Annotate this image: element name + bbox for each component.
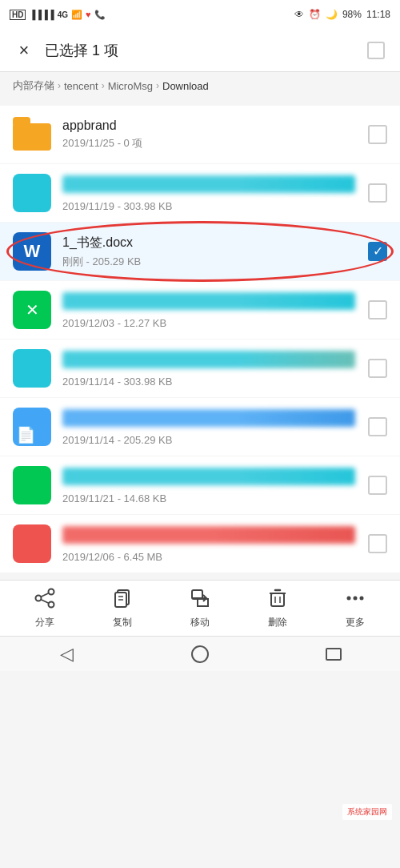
file-checkbox-5[interactable] — [368, 417, 387, 436]
share-icon — [34, 587, 56, 613]
nav-title: 已选择 1 项 — [45, 41, 362, 60]
battery-indicator: 98% — [342, 9, 362, 20]
share-button[interactable]: 分享 — [21, 587, 69, 629]
file-checkbox-7[interactable] — [368, 534, 387, 553]
file-meta: 2019/11/14 - 303.98 KB — [62, 376, 357, 388]
file-info: appbrand 2019/11/25 - 0 项 — [62, 119, 357, 151]
blurred-filename — [62, 409, 355, 427]
move-icon — [189, 587, 211, 613]
delete-button[interactable]: 删除 — [254, 587, 302, 629]
folder-icon — [13, 115, 51, 154]
file-name: appbrand — [62, 119, 357, 133]
recent-icon — [326, 648, 342, 661]
file-meta: 2019/11/21 - 14.68 KB — [62, 492, 357, 504]
blurred-filename — [62, 351, 355, 368]
delete-label: 删除 — [268, 616, 287, 629]
breadcrumb-item-3[interactable]: Download — [162, 80, 209, 92]
file-info: 2019/11/14 - 303.98 KB — [62, 372, 357, 388]
list-item[interactable]: ✕ 2019/12/03 - 12.27 KB — [0, 281, 400, 339]
time-display: 11:18 — [366, 9, 390, 20]
list-item[interactable]: 2019/11/14 - 303.98 KB — [0, 340, 400, 397]
phone-icon: 📞 — [94, 10, 106, 20]
file-icon-teal2 — [13, 349, 51, 388]
svg-point-20 — [359, 597, 363, 601]
file-icon-teal — [13, 174, 51, 212]
close-button[interactable]: × — [10, 36, 38, 65]
svg-point-2 — [49, 589, 54, 595]
svg-line-6 — [42, 600, 50, 603]
breadcrumb-sep-2: › — [156, 80, 159, 91]
moon-icon: 🌙 — [326, 9, 338, 20]
word-letter: W — [24, 241, 41, 262]
file-checkbox-4[interactable] — [368, 359, 387, 378]
file-icon-blue: 📄 — [13, 408, 51, 446]
recent-button[interactable] — [316, 637, 351, 672]
file-info: 2019/12/03 - 12.27 KB — [62, 314, 357, 329]
file-checkbox-0[interactable] — [368, 125, 387, 144]
file-name: 1_书签.docx — [62, 235, 357, 251]
list-item[interactable]: appbrand 2019/11/25 - 0 项 — [0, 106, 400, 163]
breadcrumb-sep-0: › — [58, 80, 61, 91]
file-info: 1_书签.docx 刚刚 - 205.29 KB — [62, 235, 357, 269]
breadcrumb-item-2[interactable]: MicroMsg — [108, 80, 153, 92]
move-label: 移动 — [190, 616, 210, 629]
svg-line-5 — [42, 593, 50, 597]
signal-icon: ▐▐▐▐ — [29, 10, 54, 19]
file-info: 2019/11/21 - 14.68 KB — [62, 489, 357, 504]
folder-svg — [13, 117, 51, 152]
back-button[interactable]: ◁ — [49, 637, 84, 672]
status-icons: HD ▐▐▐▐ 4G 📶 ♥ 📞 — [10, 10, 106, 20]
status-right-icons: 👁 ⏰ 🌙 98% 11:18 — [294, 9, 390, 20]
file-info: 2019/11/19 - 303.98 KB — [62, 197, 357, 212]
back-icon: ◁ — [60, 644, 74, 665]
svg-point-4 — [49, 602, 54, 608]
list-item[interactable]: W 1_书签.docx 刚刚 - 205.29 KB ✓ — [0, 223, 400, 280]
watermark: 系统家园网 — [342, 804, 392, 820]
file-meta: 2019/11/14 - 205.29 KB — [62, 434, 357, 446]
select-all-checkbox[interactable] — [367, 42, 385, 59]
file-checkbox-2[interactable]: ✓ — [368, 242, 387, 261]
hd-icon: HD — [10, 10, 26, 20]
blurred-filename — [62, 468, 355, 485]
list-item[interactable]: 2019/11/19 - 303.98 KB — [0, 164, 400, 222]
blurred-filename — [62, 175, 355, 193]
blurred-filename — [62, 526, 355, 544]
svg-rect-0 — [13, 123, 51, 151]
file-icon-green2 — [13, 466, 51, 504]
breadcrumb-item-0[interactable]: 内部存储 — [13, 78, 54, 93]
more-label: 更多 — [346, 616, 365, 629]
file-meta: 刚刚 - 205.29 KB — [62, 255, 357, 269]
copy-button[interactable]: 复制 — [98, 587, 146, 629]
select-all-button[interactable] — [362, 36, 390, 65]
bottom-toolbar: 分享 复制 移动 — [0, 580, 400, 636]
file-meta: 2019/11/25 - 0 项 — [62, 136, 357, 151]
svg-point-19 — [353, 597, 357, 601]
nav-bar: × 已选择 1 项 — [0, 29, 400, 72]
word-icon: W — [13, 232, 51, 271]
move-button[interactable]: 移动 — [176, 587, 224, 629]
file-info: 2019/11/14 - 205.29 KB — [62, 431, 357, 446]
file-checkbox-1[interactable] — [368, 183, 387, 203]
file-checkbox-3[interactable] — [368, 300, 387, 319]
list-item[interactable]: 📄 2019/11/14 - 205.29 KB — [0, 398, 400, 456]
home-icon — [191, 645, 209, 663]
status-bar: HD ▐▐▐▐ 4G 📶 ♥ 📞 👁 ⏰ 🌙 98% 11:18 — [0, 0, 400, 29]
list-item[interactable]: 2019/12/06 - 6.45 MB — [0, 515, 400, 573]
copy-icon — [111, 587, 134, 613]
breadcrumb-item-1[interactable]: tencent — [64, 80, 98, 92]
svg-point-18 — [346, 597, 350, 601]
file-icon-green: ✕ — [13, 291, 51, 329]
breadcrumb: 内部存储 › tencent › MicroMsg › Download — [0, 72, 400, 99]
svg-rect-13 — [271, 593, 284, 606]
breadcrumb-sep-1: › — [102, 80, 105, 91]
more-button[interactable]: 更多 — [331, 587, 379, 629]
more-icon — [344, 587, 366, 613]
file-checkbox-6[interactable] — [368, 476, 387, 495]
home-button[interactable] — [182, 637, 218, 672]
list-item[interactable]: 2019/11/21 - 14.68 KB — [0, 456, 400, 514]
svg-point-3 — [36, 596, 42, 601]
svg-rect-1 — [13, 117, 30, 127]
bottom-nav: ◁ — [0, 636, 400, 671]
heart-icon: ♥ — [86, 10, 91, 19]
file-info: 2019/12/06 - 6.45 MB — [62, 548, 357, 563]
